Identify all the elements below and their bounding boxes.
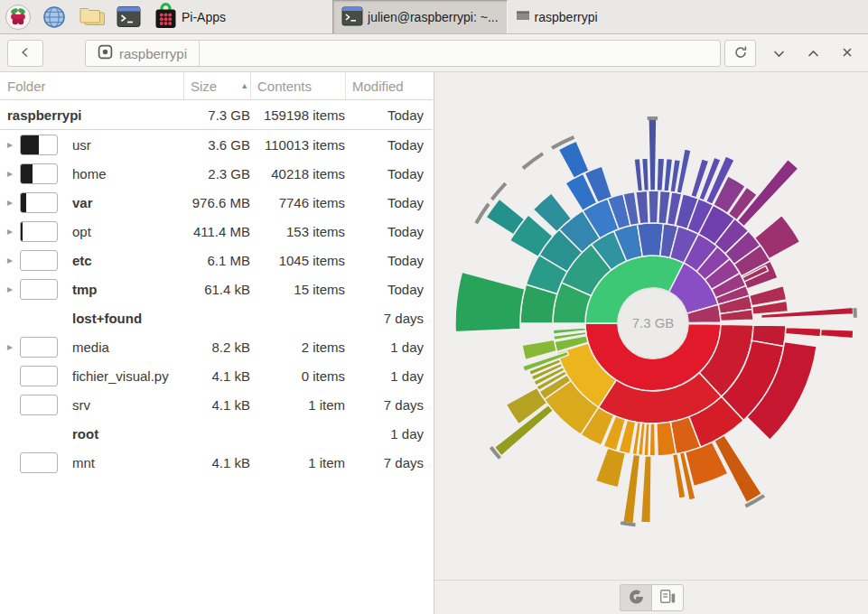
contents-value: 159198 items: [250, 107, 345, 123]
taskbar-window-label: julien@raspberrypi: ~...: [368, 10, 499, 24]
maximize-button[interactable]: [802, 42, 824, 63]
chart-segment[interactable]: [634, 159, 643, 191]
usage-bar: [20, 452, 58, 473]
modified-value: Today: [345, 166, 429, 181]
table-row[interactable]: ▸var976.6 MB7746 itemsToday: [0, 188, 433, 217]
path-bar: raspberrypi: [85, 40, 721, 67]
contents-value: 40218 items: [250, 166, 345, 181]
column-header-contents[interactable]: Contents: [250, 72, 345, 99]
disk-usage-window-icon: [516, 9, 530, 24]
expander-icon[interactable]: ▸: [0, 167, 20, 180]
chart-segment[interactable]: [649, 191, 659, 223]
modified-value: 1 day: [345, 340, 429, 355]
usage-bar-cell: [20, 135, 65, 155]
chart-segment[interactable]: [786, 328, 821, 337]
folder-name: media: [65, 340, 183, 355]
taskbar-window-terminal[interactable]: julien@raspberrypi: ~...: [332, 0, 508, 33]
table-row[interactable]: ▸etc6.1 MB1045 itemsToday: [0, 246, 433, 274]
contents-value: 7746 items: [250, 195, 345, 210]
size-value: 4.1 kB: [183, 455, 250, 470]
size-value: 3.6 GB: [183, 137, 250, 153]
menu-launcher[interactable]: [0, 0, 36, 33]
chart-more-content-tick: [522, 152, 544, 169]
column-header-modified[interactable]: Modified: [345, 72, 429, 99]
rings-chart-icon: [628, 588, 645, 608]
folder-name: usr: [65, 137, 183, 153]
expander-icon[interactable]: ▸: [0, 225, 20, 237]
chevron-up-icon: [807, 45, 819, 60]
usage-bar: [20, 163, 58, 184]
table-row[interactable]: ▸home2.3 GB40218 itemsToday: [0, 159, 433, 188]
chart-segment[interactable]: [623, 454, 640, 524]
contents-value: 153 items: [250, 224, 345, 239]
pi-apps-icon: [152, 3, 180, 31]
reload-button[interactable]: [724, 40, 756, 67]
modified-value: Today: [345, 195, 429, 210]
chart-segment[interactable]: [595, 448, 625, 488]
treemap-chart-icon: [659, 588, 677, 608]
pi-apps-launcher[interactable]: Pi-Apps: [146, 0, 231, 33]
size-value: 976.6 MB: [183, 195, 250, 210]
rings-chart-button[interactable]: [620, 584, 651, 611]
folder-name: home: [65, 166, 183, 181]
globe-icon: [41, 4, 68, 31]
table-header: Folder Size▲ Contents Modified: [0, 72, 433, 100]
table-row[interactable]: ▸tmp61.4 kB15 itemsToday: [0, 274, 433, 303]
folder-name: var: [65, 195, 183, 210]
expander-icon[interactable]: ▸: [0, 340, 20, 353]
expander-icon[interactable]: ▸: [0, 283, 20, 295]
chart-segment[interactable]: [638, 223, 664, 256]
table-row[interactable]: raspberrypi7.3 GB159198 itemsToday: [0, 100, 433, 130]
rings-chart[interactable]: 7.3 GB: [434, 72, 868, 580]
folder-name: etc: [65, 253, 183, 268]
usage-bar: [20, 192, 58, 213]
usage-bar-cell: [20, 221, 65, 242]
column-header-size[interactable]: Size▲: [183, 72, 250, 99]
modified-value: 1 day: [345, 368, 429, 384]
chart-segment[interactable]: [649, 423, 655, 456]
sort-ascending-icon: ▲: [240, 81, 248, 90]
expander-icon[interactable]: ▸: [0, 196, 20, 209]
folder-name: raspberrypi: [0, 107, 183, 123]
treemap-chart-button[interactable]: [651, 584, 684, 611]
table-row[interactable]: ▸media8.2 kB2 items1 day: [0, 332, 433, 361]
chart-segment[interactable]: [649, 119, 657, 191]
table-row[interactable]: ▸usr3.6 GB110013 itemsToday: [0, 130, 433, 159]
headerbar: raspberrypi: [0, 34, 868, 72]
file-manager-launcher[interactable]: [72, 0, 111, 33]
folder-name: fichier_visual.py: [65, 368, 183, 384]
path-segment-label: raspberrypi: [119, 46, 187, 61]
usage-bar: [20, 279, 58, 300]
terminal-launcher[interactable]: [111, 0, 146, 33]
minimize-button[interactable]: [768, 42, 789, 63]
chart-segment[interactable]: [820, 329, 853, 338]
size-value: 6.1 MB: [183, 253, 250, 268]
chart-segment[interactable]: [641, 456, 652, 523]
table-row[interactable]: lost+found7 days: [0, 303, 433, 332]
expander-icon[interactable]: ▸: [0, 138, 20, 151]
contents-value: 110013 items: [250, 137, 345, 153]
close-button[interactable]: [836, 42, 858, 63]
table-body: raspberrypi7.3 GB159198 itemsToday▸usr3.…: [0, 100, 433, 477]
chart-segment[interactable]: [455, 272, 525, 331]
modified-value: 7 days: [345, 311, 429, 326]
back-button[interactable]: [7, 40, 43, 67]
usage-bar-cell: [20, 452, 65, 473]
table-row[interactable]: root1 day: [0, 419, 433, 448]
table-row[interactable]: ▸opt411.4 MB153 itemsToday: [0, 217, 433, 246]
folder-name: tmp: [65, 282, 183, 297]
path-segment-root[interactable]: raspberrypi: [86, 41, 200, 66]
chevron-down-icon: [773, 45, 785, 60]
column-header-folder[interactable]: Folder: [0, 72, 183, 99]
table-row[interactable]: fichier_visual.py4.1 kB0 items1 day: [0, 361, 433, 390]
chart-segment[interactable]: [657, 158, 665, 191]
table-row[interactable]: mnt4.1 kB1 item7 days: [0, 448, 433, 477]
browser-launcher[interactable]: [36, 0, 72, 33]
chart-segment[interactable]: [558, 141, 589, 178]
modified-value: Today: [345, 282, 429, 297]
chart-footer: [434, 580, 868, 614]
expander-icon[interactable]: ▸: [0, 254, 20, 266]
size-value: 61.4 kB: [183, 282, 250, 297]
table-row[interactable]: srv4.1 kB1 item7 days: [0, 390, 433, 419]
taskbar-window-baobab[interactable]: raspberrypi: [508, 0, 606, 33]
